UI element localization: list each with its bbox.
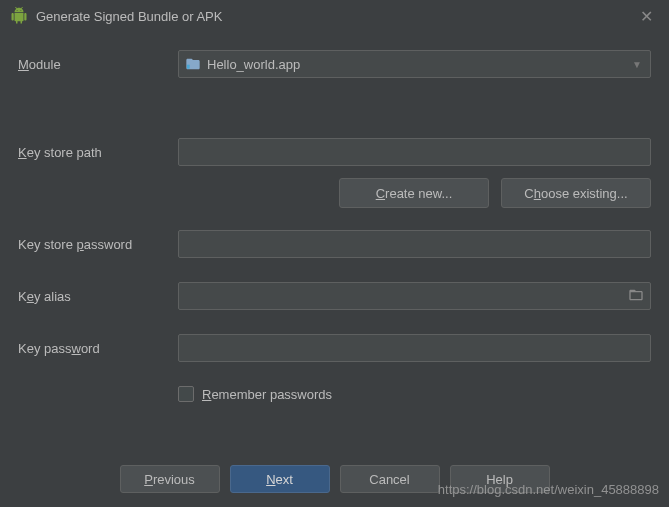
module-row: Module Hello_world.app ▼: [18, 50, 651, 78]
chevron-down-icon: ▼: [632, 59, 642, 70]
svg-rect-0: [187, 65, 190, 69]
module-label: Module: [18, 57, 178, 72]
create-new-button[interactable]: Create new...: [339, 178, 489, 208]
titlebar: Generate Signed Bundle or APK ✕: [0, 0, 669, 32]
remember-row: Remember passwords: [178, 386, 651, 402]
keystore-password-row: Key store password: [18, 230, 651, 258]
module-value: Hello_world.app: [207, 57, 300, 72]
key-alias-input[interactable]: [178, 282, 651, 310]
keystore-path-input[interactable]: [178, 138, 651, 166]
keystore-path-row: Key store path: [18, 138, 651, 166]
previous-button[interactable]: Previous: [120, 465, 220, 493]
choose-existing-button[interactable]: Choose existing...: [501, 178, 651, 208]
module-select[interactable]: Hello_world.app ▼: [178, 50, 651, 78]
dialog-content: Module Hello_world.app ▼ Key store path …: [0, 32, 669, 402]
key-alias-row: Key alias: [18, 282, 651, 310]
remember-checkbox[interactable]: [178, 386, 194, 402]
cancel-button[interactable]: Cancel: [340, 465, 440, 493]
keystore-path-label: Key store path: [18, 145, 178, 160]
key-alias-label: Key alias: [18, 289, 178, 304]
window-title: Generate Signed Bundle or APK: [36, 9, 222, 24]
key-password-row: Key password: [18, 334, 651, 362]
key-password-input[interactable]: [178, 334, 651, 362]
close-icon[interactable]: ✕: [634, 7, 659, 26]
android-icon: [10, 7, 28, 25]
help-button[interactable]: Help: [450, 465, 550, 493]
keystore-password-label: Key store password: [18, 237, 178, 252]
keystore-password-input[interactable]: [178, 230, 651, 258]
keystore-button-row: Create new... Choose existing...: [18, 178, 651, 208]
browse-folder-icon[interactable]: [628, 287, 644, 306]
folder-icon: [185, 56, 201, 72]
footer-buttons: Previous Next Cancel Help: [0, 465, 669, 493]
next-button[interactable]: Next: [230, 465, 330, 493]
remember-label: Remember passwords: [202, 387, 332, 402]
key-password-label: Key password: [18, 341, 178, 356]
